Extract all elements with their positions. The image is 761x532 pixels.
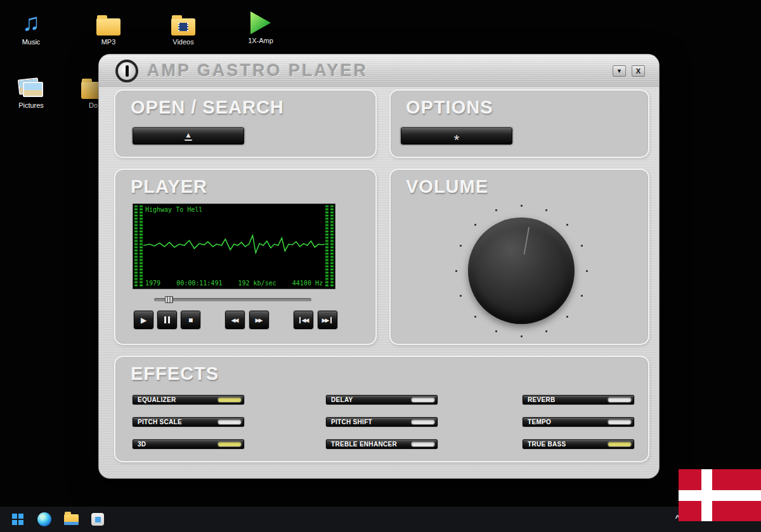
- effect-indicator: [218, 419, 242, 425]
- play-button[interactable]: ▶: [134, 311, 153, 329]
- effect-button-true-bass[interactable]: TRUE BASS: [523, 439, 634, 449]
- effect-indicator: [218, 397, 242, 403]
- effect-button-reverb[interactable]: REVERB: [523, 395, 634, 405]
- titlebar[interactable]: AMP GASTRO PLAYER ▼ X: [99, 55, 659, 88]
- rewind-icon: ◀◀: [231, 317, 239, 323]
- previous-track-button[interactable]: ◀◀: [294, 311, 313, 329]
- desktop-icon-pictures[interactable]: Pictures: [9, 70, 53, 109]
- pause-button[interactable]: [157, 311, 177, 329]
- track-display: Highway To Hell 1979 00:00:11:491 192 kb…: [133, 204, 335, 289]
- eject-icon: ▲: [185, 132, 192, 141]
- stop-button[interactable]: ■: [181, 311, 200, 329]
- player-window: AMP GASTRO PLAYER ▼ X OPEN / SEARCH ▲ OP…: [98, 54, 660, 479]
- previous-track-icon: ◀◀: [302, 317, 309, 323]
- effect-button-treble-enhancer[interactable]: TREBLE ENHANCER: [326, 439, 438, 449]
- rewind-button[interactable]: ◀◀: [225, 311, 245, 329]
- level-meter-left: [134, 205, 143, 287]
- effect-button-pitch-shift[interactable]: PITCH SHIFT: [326, 417, 438, 427]
- taskbar-app-button[interactable]: [89, 510, 107, 528]
- waveform: [143, 216, 325, 275]
- track-time: 00:00:11:491: [176, 280, 222, 287]
- track-samplerate: 44100 Hz: [292, 280, 323, 287]
- fast-forward-button[interactable]: ▶▶: [249, 311, 269, 329]
- play-icon: ▶: [141, 316, 146, 324]
- track-title: Highway To Hell: [145, 206, 202, 213]
- folder-icon: [86, 6, 131, 36]
- panel-title: PLAYER: [131, 176, 207, 197]
- level-meter-right: [325, 205, 334, 287]
- pause-icon: [164, 316, 166, 323]
- minimize-button[interactable]: ▼: [613, 65, 626, 77]
- desktop-icon-music[interactable]: ♫ Music: [9, 6, 53, 46]
- desktop-icon-label: Videos: [161, 38, 205, 46]
- volume-knob[interactable]: [468, 217, 575, 324]
- edge-icon: [37, 512, 51, 526]
- volume-panel: VOLUME: [389, 169, 649, 345]
- stop-icon: ■: [188, 316, 193, 324]
- options-panel: OPTIONS *: [389, 89, 649, 158]
- desktop-icon-label: MP3: [86, 38, 131, 46]
- window-title: AMP GASTRO PLAYER: [147, 61, 368, 81]
- desktop-icon-mp3[interactable]: MP3: [86, 6, 131, 46]
- effects-panel: EFFECTS EQUALIZER PITCH SCALE 3D DELAY: [114, 356, 649, 462]
- desktop-icon-label: Music: [9, 38, 53, 46]
- effect-button-equalizer[interactable]: EQUALIZER: [133, 395, 244, 405]
- taskbar: ^: [0, 507, 761, 532]
- seek-slider[interactable]: [154, 298, 311, 301]
- videos-folder-icon: [161, 6, 205, 36]
- options-button[interactable]: *: [401, 127, 512, 145]
- asterisk-icon: *: [454, 130, 460, 143]
- panel-title: EFFECTS: [131, 363, 219, 384]
- effect-indicator: [608, 441, 632, 447]
- effect-button-pitch-scale[interactable]: PITCH SCALE: [133, 417, 244, 427]
- desktop: ♫ Music MP3 Videos 1X-Amp Pictures Do AM…: [0, 0, 761, 532]
- effect-indicator: [218, 441, 242, 447]
- effect-indicator: [411, 419, 435, 425]
- file-explorer-button[interactable]: [62, 510, 80, 528]
- start-button[interactable]: [9, 510, 27, 528]
- app-logo-icon: [115, 60, 138, 82]
- effect-indicator: [608, 397, 632, 403]
- close-button[interactable]: X: [632, 65, 645, 77]
- pictures-icon: [9, 70, 53, 99]
- next-track-icon: ▶▶: [322, 317, 330, 323]
- desktop-icon-label: Pictures: [9, 101, 53, 109]
- desktop-icon-label: 1X-Amp: [238, 37, 283, 44]
- player-panel: PLAYER Highway To Hell 1979 00:00:11:491…: [114, 169, 377, 345]
- edge-browser-button[interactable]: [36, 510, 53, 528]
- track-info-row: 1979 00:00:11:491 192 kb/sec 44100 Hz: [145, 280, 323, 287]
- fast-forward-icon: ▶▶: [256, 317, 263, 323]
- open-search-button[interactable]: ▲: [133, 127, 244, 145]
- open-search-panel: OPEN / SEARCH ▲: [114, 89, 377, 158]
- app-icon: [91, 513, 104, 526]
- panel-title: VOLUME: [406, 176, 488, 197]
- desktop-icon-1x-amp[interactable]: 1X-Amp: [238, 5, 283, 44]
- effect-indicator: [608, 419, 632, 425]
- effect-button-3d[interactable]: 3D: [133, 439, 244, 449]
- track-year: 1979: [145, 280, 160, 287]
- file-explorer-icon: [64, 514, 79, 525]
- seek-handle[interactable]: [165, 296, 173, 303]
- next-track-button[interactable]: ▶▶: [318, 311, 337, 329]
- track-bitrate: 192 kb/sec: [238, 280, 276, 287]
- effect-button-delay[interactable]: DELAY: [326, 395, 438, 405]
- panel-title: OPEN / SEARCH: [131, 97, 284, 118]
- desktop-icon-videos[interactable]: Videos: [161, 6, 205, 46]
- danish-flag-image: [679, 469, 761, 521]
- effect-indicator: [411, 397, 435, 403]
- effect-indicator: [411, 441, 435, 447]
- music-note-icon: ♫: [9, 6, 53, 36]
- windows-logo-icon: [12, 514, 23, 525]
- panel-title: OPTIONS: [406, 97, 493, 118]
- effect-button-tempo[interactable]: TEMPO: [523, 417, 634, 427]
- play-logo-icon: [238, 5, 283, 34]
